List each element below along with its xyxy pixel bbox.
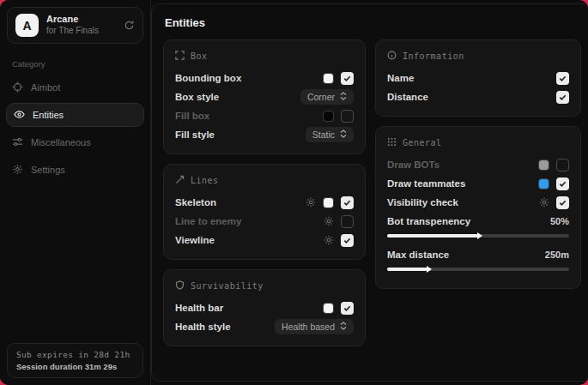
setting-label: Distance — [387, 92, 428, 102]
page-title: Entities — [165, 16, 581, 29]
setting-label: Box style — [175, 92, 219, 102]
slider-value: 50% — [550, 216, 569, 226]
color-swatch[interactable] — [323, 73, 334, 84]
checkbox[interactable] — [341, 196, 354, 209]
color-swatch[interactable] — [323, 197, 334, 208]
group-title: Lines — [191, 176, 219, 185]
general-group-card: General Draw BOTs Draw teammates — [375, 126, 581, 289]
setting-row-line-to-enemy: Line to enemy — [175, 212, 354, 231]
app-window: A Arcane for The Finals Category Aimbot — [0, 0, 588, 385]
slider-thumb[interactable] — [427, 266, 432, 273]
box-style-dropdown[interactable]: Corner — [300, 89, 354, 105]
sidebar: A Arcane for The Finals Category Aimbot — [0, 0, 151, 385]
app-subtitle: for The Finals — [46, 26, 116, 37]
slider-thumb[interactable] — [477, 232, 482, 239]
sub-expiry-text: Sub expires in 28d 21h — [16, 350, 134, 359]
grid-dots-icon — [387, 137, 397, 148]
refresh-icon[interactable] — [124, 20, 135, 31]
checkbox[interactable] — [341, 72, 354, 85]
unfold-icon — [340, 92, 347, 102]
setting-row-health-bar: Health bar — [175, 298, 354, 317]
checkbox[interactable] — [556, 91, 569, 104]
slider-value: 250m — [545, 250, 569, 260]
row-settings-gear-icon[interactable] — [324, 235, 334, 245]
checkbox[interactable] — [341, 215, 354, 228]
setting-label: Bot transpenency — [387, 216, 470, 226]
setting-row-fill-box: Fill box — [175, 106, 354, 125]
sidebar-item-label: Aimbot — [31, 82, 60, 93]
setting-label: Skeleton — [175, 197, 216, 208]
setting-row-health-style: Health style Health based — [175, 317, 354, 336]
sidebar-item-entities[interactable]: Entities — [6, 103, 144, 127]
fill-style-dropdown[interactable]: Static — [306, 127, 354, 142]
main-panel: Entities Box Bounding box — [151, 3, 588, 382]
box-group-card: Box Bounding box Box style — [163, 39, 366, 154]
brand-card: A Arcane for The Finals — [7, 7, 143, 44]
sidebar-item-settings[interactable]: Settings — [0, 157, 150, 183]
gear-icon — [12, 164, 23, 177]
row-settings-gear-icon[interactable] — [306, 197, 316, 208]
setting-row-skeleton: Skeleton — [175, 193, 354, 212]
group-title: General — [403, 138, 442, 147]
unfold-icon — [340, 129, 347, 140]
setting-row-viewline: Viewline — [175, 231, 354, 250]
setting-label: Fill box — [175, 111, 209, 121]
category-label: Category — [12, 59, 138, 69]
checkbox[interactable] — [556, 159, 569, 171]
setting-row-draw-bots: Draw BOTs — [387, 155, 569, 174]
subscription-info-card: Sub expires in 28d 21h Session duration … — [7, 343, 143, 378]
setting-row-visibility-check: Visibility check — [387, 193, 569, 212]
color-swatch[interactable] — [538, 159, 549, 171]
health-style-dropdown[interactable]: Health based — [275, 319, 354, 334]
entities-icon — [14, 109, 25, 122]
shield-icon — [175, 280, 185, 292]
sidebar-item-label: Miscellaneous — [31, 137, 91, 147]
dropdown-value: Corner — [307, 92, 335, 102]
sidebar-item-aimbot[interactable]: Aimbot — [0, 75, 150, 100]
checkbox[interactable] — [341, 110, 354, 123]
max-distance-slider[interactable] — [387, 268, 569, 271]
crosshair-icon — [12, 81, 23, 94]
screen-backdrop: A Arcane for The Finals Category Aimbot — [0, 0, 588, 385]
row-settings-gear-icon[interactable] — [324, 216, 334, 226]
checkbox[interactable] — [556, 177, 569, 190]
setting-label: Draw teammates — [387, 178, 465, 189]
unfold-icon — [340, 322, 347, 332]
setting-label: Health style — [175, 322, 231, 332]
setting-label: Max distance — [387, 250, 449, 260]
setting-row-name: Name — [387, 69, 569, 87]
dropdown-value: Health based — [282, 322, 335, 332]
lines-group-card: Lines Skeleton — [163, 164, 366, 260]
checkbox[interactable] — [341, 302, 354, 315]
app-logo: A — [15, 14, 39, 37]
group-title: Box — [191, 51, 208, 61]
setting-row-fill-style: Fill style Static — [175, 125, 354, 144]
info-icon — [387, 51, 397, 62]
bot-transparency-slider[interactable] — [387, 234, 569, 238]
sidebar-item-label: Settings — [31, 165, 65, 175]
setting-label: Viewline — [175, 235, 215, 245]
setting-label: Fill style — [175, 129, 215, 140]
session-duration-text: Session duration 31m 29s — [16, 362, 134, 371]
sliders-icon — [12, 136, 23, 149]
setting-row-bot-transparency: Bot transpenency 50% — [387, 212, 569, 231]
sidebar-item-miscellaneous[interactable]: Miscellaneous — [0, 129, 150, 155]
checkbox[interactable] — [341, 234, 354, 247]
setting-row-draw-teammates: Draw teammates — [387, 174, 569, 193]
group-title: Information — [403, 51, 464, 61]
sidebar-item-label: Entities — [33, 110, 64, 120]
app-name: Arcane — [46, 14, 116, 26]
diagonal-line-icon — [175, 175, 185, 186]
checkbox[interactable] — [556, 196, 569, 209]
dropdown-value: Static — [312, 129, 335, 140]
main-wrap: Entities Box Bounding box — [151, 0, 588, 385]
setting-label: Bounding box — [175, 73, 241, 83]
checkbox[interactable] — [556, 72, 569, 85]
color-swatch[interactable] — [323, 111, 334, 122]
color-swatch[interactable] — [538, 178, 549, 189]
survivability-group-card: Survivability Health bar Health style — [163, 269, 366, 346]
setting-label: Line to enemy — [175, 216, 241, 226]
color-swatch[interactable] — [323, 303, 334, 314]
setting-label: Visibility check — [387, 197, 458, 208]
row-settings-gear-icon[interactable] — [539, 197, 549, 208]
